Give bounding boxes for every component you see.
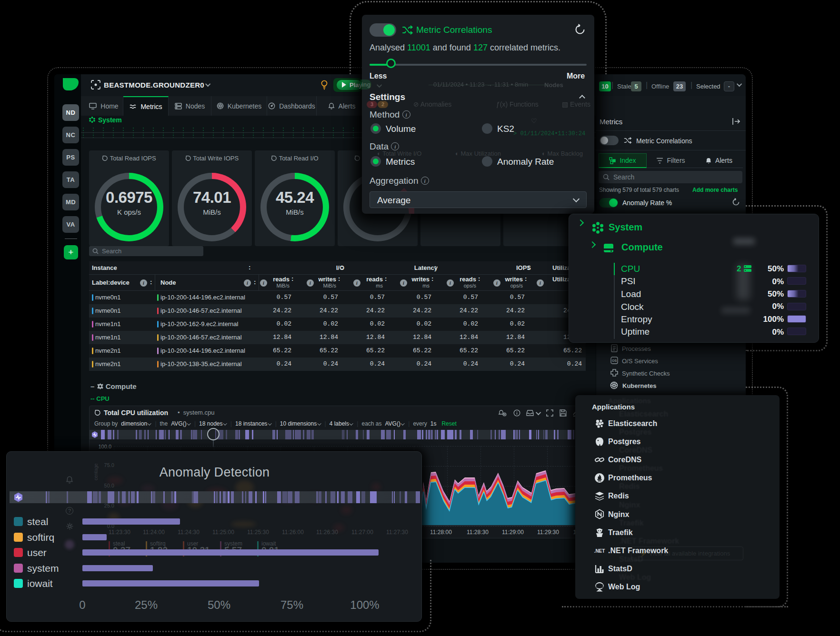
svg-text:OS: OS: [612, 359, 617, 362]
